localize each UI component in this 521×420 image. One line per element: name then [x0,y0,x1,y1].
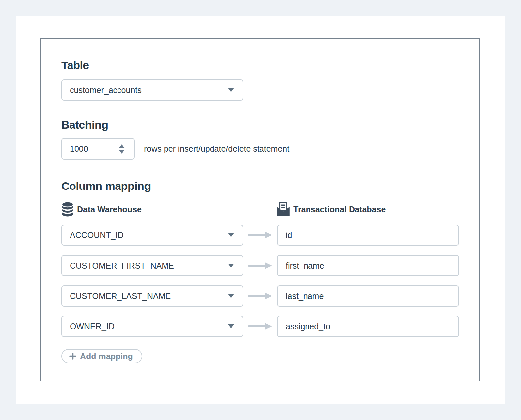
table-section-heading: Table [61,60,459,71]
sync-config-panel: Table customer_accounts Batching 1000 ro… [40,38,480,381]
target-column-input[interactable]: first_name [277,255,459,276]
target-header-label: Transactional Database [293,205,386,214]
mapping-row: CUSTOMER_LAST_NAME last_name [61,285,459,307]
chevron-down-icon [228,294,234,298]
add-mapping-button[interactable]: Add mapping [61,349,142,363]
content-card: Table customer_accounts Batching 1000 ro… [16,16,505,404]
database-icon [61,202,74,217]
source-column-value: CUSTOMER_FIRST_NAME [70,261,174,271]
chevron-down-icon [228,233,234,237]
mapping-row: ACCOUNT_ID id [61,225,459,246]
stepper-up-icon[interactable] [119,144,125,148]
column-mapping-heading: Column mapping [61,180,459,191]
mapping-row: CUSTOMER_FIRST_NAME first_name [61,255,459,276]
source-header-label: Data Warehouse [77,205,142,214]
target-column-value: last_name [286,291,324,301]
target-column-input[interactable]: id [277,225,459,246]
source-column-select[interactable]: ACCOUNT_ID [61,225,243,246]
batch-unit-label: rows per insert/update/delete statement [144,144,289,154]
source-column-select[interactable]: CUSTOMER_FIRST_NAME [61,255,243,276]
batching-row: 1000 rows per insert/update/delete state… [61,138,459,160]
inbox-document-icon [276,201,290,217]
target-column-header: Transactional Database [276,201,386,217]
chevron-down-icon [228,264,234,268]
source-column-header: Data Warehouse [61,202,276,217]
right-arrow-icon [243,262,277,270]
right-arrow-icon [243,231,277,239]
chevron-down-icon [228,88,234,92]
table-select-value: customer_accounts [70,85,142,95]
target-column-value: assigned_to [286,322,330,331]
batch-size-stepper[interactable]: 1000 [61,138,135,160]
right-arrow-icon [243,322,277,330]
chevron-down-icon [228,324,234,328]
batching-section-heading: Batching [61,119,459,130]
stepper-arrows[interactable] [119,144,125,154]
mapping-row: OWNER_ID assigned_to [61,316,459,337]
source-column-value: ACCOUNT_ID [70,231,124,240]
source-column-value: OWNER_ID [70,322,115,331]
target-column-input[interactable]: assigned_to [277,316,459,337]
stepper-down-icon[interactable] [119,150,125,154]
table-select[interactable]: customer_accounts [61,79,243,101]
source-column-select[interactable]: CUSTOMER_LAST_NAME [61,285,243,307]
batch-size-value: 1000 [70,144,88,154]
plus-icon [69,353,76,360]
right-arrow-icon [243,292,277,300]
target-column-value: id [286,231,292,240]
target-column-value: first_name [286,261,324,271]
add-mapping-label: Add mapping [80,352,133,361]
source-column-value: CUSTOMER_LAST_NAME [70,291,171,301]
target-column-input[interactable]: last_name [277,285,459,307]
mapping-headers: Data Warehouse Transactional Database [61,201,459,217]
source-column-select[interactable]: OWNER_ID [61,316,243,337]
